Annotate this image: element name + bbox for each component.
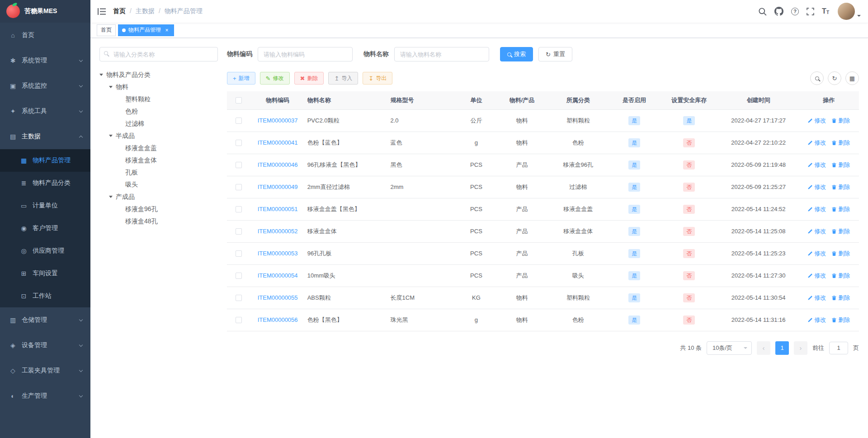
tree-node[interactable]: 孔板	[99, 166, 218, 179]
row-checkbox[interactable]	[236, 206, 242, 212]
item-code-link[interactable]: ITEM00000056	[258, 316, 298, 323]
delete-link[interactable]: 删除	[831, 227, 850, 235]
row-checkbox[interactable]	[236, 184, 242, 190]
item-code-link[interactable]: ITEM00000037	[258, 117, 298, 124]
item-code-link[interactable]: ITEM00000046	[258, 161, 298, 168]
material-code-input[interactable]	[258, 47, 353, 61]
goto-page-input[interactable]	[829, 342, 848, 354]
tree-node[interactable]: 产成品	[99, 191, 218, 203]
page-size-select[interactable]: 10条/页	[707, 341, 752, 355]
sidebar-item-system[interactable]: ✱系统管理	[0, 48, 90, 73]
delete-link[interactable]: 删除	[831, 294, 850, 302]
row-checkbox[interactable]	[236, 250, 242, 257]
tree-node[interactable]: 移液盒盒盖	[99, 142, 218, 154]
fullscreen-icon[interactable]	[807, 8, 814, 15]
row-checkbox[interactable]	[236, 295, 242, 301]
sidebar-item-category[interactable]: ≣物料产品分类	[0, 172, 90, 194]
tree-node[interactable]: 移液盒盒体	[99, 154, 218, 166]
tree-node[interactable]: 物料	[99, 81, 218, 93]
delete-link[interactable]: 删除	[831, 117, 850, 125]
page-number-button[interactable]: 1	[775, 341, 789, 355]
select-all-checkbox[interactable]	[236, 97, 242, 104]
tag-item[interactable]: 物料产品管理	[118, 24, 174, 36]
item-code-link[interactable]: ITEM00000052	[258, 228, 298, 235]
sidebar-item-customer[interactable]: ◉客户管理	[0, 217, 90, 240]
row-checkbox[interactable]	[236, 118, 242, 124]
item-code-link[interactable]: ITEM00000051	[258, 206, 298, 212]
tree-node[interactable]: 移液盒96孔	[99, 203, 218, 215]
sidebar-item-workshop[interactable]: ⊞车间设置	[0, 262, 90, 285]
sidebar-item-material[interactable]: ▦物料产品管理	[0, 149, 90, 172]
sidebar-item-home[interactable]: ⌂首页	[0, 23, 90, 48]
caret-down-icon[interactable]	[109, 86, 113, 88]
delete-button[interactable]: ✖删除	[294, 72, 324, 85]
edit-button[interactable]: ✎修改	[260, 72, 290, 85]
sidebar-item-supplier[interactable]: ◎供应商管理	[0, 240, 90, 262]
edit-link[interactable]: 修改	[807, 183, 826, 191]
delete-link[interactable]: 删除	[831, 250, 850, 258]
sidebar-item-data[interactable]: ▤主数据	[0, 124, 90, 149]
material-name-input[interactable]	[394, 47, 489, 61]
add-button[interactable]: +新增	[227, 72, 255, 85]
toggle-search-button[interactable]	[810, 71, 824, 85]
edit-link[interactable]: 修改	[807, 205, 826, 213]
item-code-link[interactable]: ITEM00000049	[258, 184, 298, 190]
close-icon[interactable]	[164, 27, 170, 33]
tree-node[interactable]: 移液盒48孔	[99, 215, 218, 227]
category-search-input[interactable]	[99, 47, 218, 61]
refresh-button[interactable]: ↻	[828, 71, 841, 85]
help-icon[interactable]	[791, 8, 799, 15]
edit-link[interactable]: 修改	[807, 139, 826, 147]
item-code-link[interactable]: ITEM00000055	[258, 294, 298, 301]
export-button[interactable]: ↧导出	[363, 72, 392, 85]
edit-link[interactable]: 修改	[807, 316, 826, 324]
sidebar-item-production[interactable]: ◐生产管理	[0, 383, 90, 409]
delete-link[interactable]: 删除	[831, 205, 850, 213]
row-checkbox[interactable]	[236, 140, 242, 146]
breadcrumb-item[interactable]: 首页	[113, 7, 136, 15]
sidebar-item-equipment[interactable]: ◈设备管理	[0, 333, 90, 358]
tree-node[interactable]: 过滤棉	[99, 118, 218, 130]
edit-link[interactable]: 修改	[807, 161, 826, 169]
tree-node[interactable]: 半成品	[99, 130, 218, 142]
user-avatar[interactable]	[838, 3, 861, 20]
tree-node[interactable]: 塑料颗粒	[99, 93, 218, 105]
row-checkbox[interactable]	[236, 228, 242, 235]
delete-link[interactable]: 删除	[831, 316, 850, 324]
menu-fold-icon[interactable]	[98, 8, 106, 15]
sidebar-item-warehouse[interactable]: ▥仓储管理	[0, 307, 90, 333]
delete-link[interactable]: 删除	[831, 139, 850, 147]
tag-item[interactable]: 首页	[97, 24, 116, 36]
edit-link[interactable]: 修改	[807, 294, 826, 302]
tree-node[interactable]: 物料及产品分类	[99, 69, 218, 81]
github-icon[interactable]	[774, 7, 783, 16]
caret-down-icon[interactable]	[99, 74, 103, 76]
search-button[interactable]: 搜索	[500, 47, 533, 61]
row-checkbox[interactable]	[236, 273, 242, 279]
tree-node[interactable]: 吸头	[99, 179, 218, 191]
sidebar-item-tools[interactable]: ✦系统工具	[0, 99, 90, 124]
edit-link[interactable]: 修改	[807, 250, 826, 258]
caret-down-icon[interactable]	[109, 135, 113, 137]
prev-page-button[interactable]	[757, 341, 770, 355]
sidebar-item-unit[interactable]: ▭计量单位	[0, 194, 90, 217]
delete-link[interactable]: 删除	[831, 161, 850, 169]
edit-link[interactable]: 修改	[807, 272, 826, 280]
sidebar-item-workstation[interactable]: ⊡工作站	[0, 285, 90, 307]
row-checkbox[interactable]	[236, 162, 242, 168]
column-settings-button[interactable]: ▦	[845, 71, 859, 85]
import-button[interactable]: ↥导入	[328, 72, 358, 85]
delete-link[interactable]: 删除	[831, 272, 850, 280]
sidebar-item-fixture[interactable]: ◇工装夹具管理	[0, 358, 90, 383]
app-logo[interactable]: 苦糖果MES	[0, 0, 90, 23]
edit-link[interactable]: 修改	[807, 227, 826, 235]
item-code-link[interactable]: ITEM00000041	[258, 139, 298, 146]
tree-node[interactable]: 色粉	[99, 105, 218, 118]
edit-link[interactable]: 修改	[807, 117, 826, 125]
delete-link[interactable]: 删除	[831, 183, 850, 191]
sidebar-item-monitor[interactable]: ▣系统监控	[0, 73, 90, 99]
caret-down-icon[interactable]	[109, 196, 113, 198]
font-size-icon[interactable]	[822, 7, 829, 15]
item-code-link[interactable]: ITEM00000054	[258, 272, 298, 279]
item-code-link[interactable]: ITEM00000053	[258, 250, 298, 257]
